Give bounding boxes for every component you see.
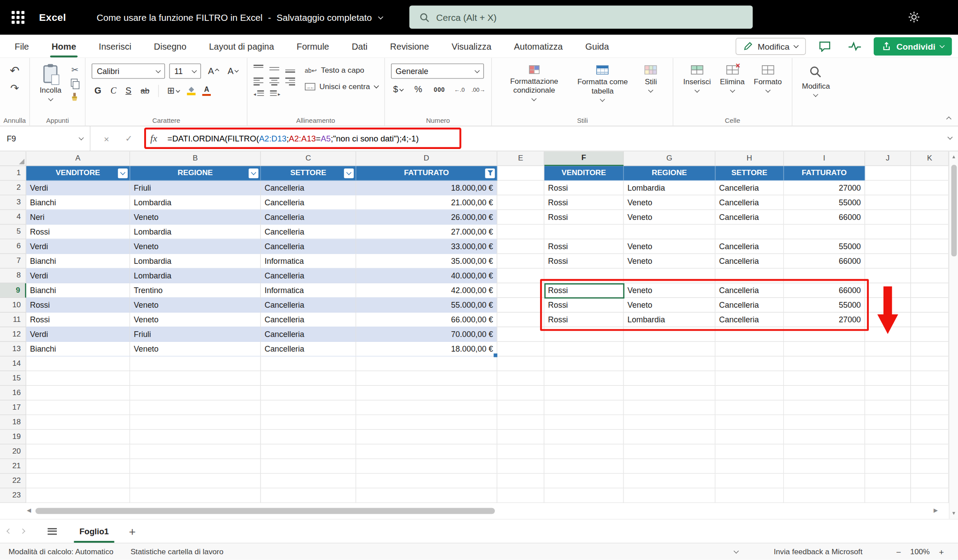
column-header-E[interactable]: E (497, 151, 544, 166)
cell-H2[interactable]: Cancelleria (715, 181, 784, 196)
cell-I13[interactable] (784, 342, 865, 356)
cell-K10[interactable] (911, 298, 949, 313)
filter-button[interactable] (248, 168, 258, 178)
vertical-scroll-thumb[interactable] (951, 165, 957, 257)
cell-F23[interactable] (544, 489, 624, 503)
cell-D14[interactable] (356, 356, 497, 371)
row-header-10[interactable]: 10 (0, 298, 26, 313)
ribbon-tab-revisione[interactable]: Revisione (389, 35, 430, 57)
cell-D23[interactable] (356, 489, 497, 503)
cell-A7[interactable]: Bianchi (26, 254, 130, 269)
sort-filter-button[interactable] (485, 168, 495, 178)
cell-I8[interactable] (784, 269, 865, 283)
cell-F17[interactable] (544, 400, 624, 415)
cell-A21[interactable] (26, 459, 130, 474)
cell-J19[interactable] (865, 430, 911, 444)
cell-G13[interactable] (624, 342, 716, 356)
row-header-23[interactable]: 23 (0, 489, 26, 503)
cell-B13[interactable]: Veneto (130, 342, 261, 356)
cell-G17[interactable] (624, 400, 716, 415)
column-header-J[interactable]: J (865, 151, 911, 166)
cell-H22[interactable] (715, 474, 784, 488)
insert-cells-button[interactable]: Inserisci (680, 63, 715, 94)
cell-J23[interactable] (865, 489, 911, 503)
cell-H14[interactable] (715, 356, 784, 371)
cell-A2[interactable]: Verdi (26, 181, 130, 196)
document-title[interactable]: Come usare la funzione FILTRO in Excel -… (97, 12, 382, 23)
cell-K16[interactable] (911, 386, 949, 400)
cell-K18[interactable] (911, 415, 949, 430)
cell-K20[interactable] (911, 444, 949, 459)
cell-G2[interactable]: Lombardia (624, 181, 716, 196)
cell-E8[interactable] (497, 269, 544, 283)
cell-I6[interactable]: 55000 (784, 239, 865, 254)
cell-C7[interactable]: Informatica (261, 254, 356, 269)
redo-button[interactable]: ↷ (10, 83, 19, 93)
insert-function-button[interactable]: fx (150, 126, 157, 151)
cell-J1[interactable] (865, 166, 911, 181)
cell-K11[interactable] (911, 313, 949, 327)
horizontal-scroll-thumb[interactable] (35, 508, 495, 514)
cell-K12[interactable] (911, 327, 949, 342)
cell-B22[interactable] (130, 474, 261, 488)
ribbon-tab-dati[interactable]: Dati (351, 35, 369, 57)
cell-B23[interactable] (130, 489, 261, 503)
status-chevron-icon[interactable] (734, 548, 739, 553)
cell-E22[interactable] (497, 474, 544, 488)
cell-G11[interactable]: Lombardia (624, 313, 716, 327)
cell-C2[interactable]: Cancelleria (261, 181, 356, 196)
cell-A18[interactable] (26, 415, 130, 430)
column-header-K[interactable]: K (911, 151, 949, 166)
cell-D13[interactable]: 18.000,00 € (356, 342, 497, 356)
cell-K22[interactable] (911, 474, 949, 488)
cell-H7[interactable]: Cancelleria (715, 254, 784, 269)
cell-H4[interactable]: Cancelleria (715, 210, 784, 225)
cell-K15[interactable] (911, 371, 949, 386)
add-sheet-button[interactable]: + (129, 525, 136, 537)
feedback-link[interactable]: Invia feedback a Microsoft (774, 547, 863, 556)
row-header-8[interactable]: 8 (0, 269, 26, 283)
font-size-select[interactable]: 11 (170, 63, 201, 78)
ribbon-tab-guida[interactable]: Guida (584, 35, 610, 57)
name-box[interactable]: F9 (0, 126, 91, 151)
cell-C3[interactable]: Cancelleria (261, 196, 356, 210)
table-header-settore[interactable]: SETTORE (261, 166, 356, 181)
increase-indent-button[interactable]: ▸ (270, 90, 280, 98)
cell-J9[interactable] (865, 283, 911, 298)
cell-D21[interactable] (356, 459, 497, 474)
row-header-12[interactable]: 12 (0, 327, 26, 342)
confirm-entry-button[interactable]: ✓ (125, 126, 132, 151)
sheet-tab-foglio1[interactable]: Foglio1 (69, 520, 119, 543)
underline-button[interactable]: S (123, 86, 134, 97)
ribbon-tab-visualizza[interactable]: Visualizza (450, 35, 493, 57)
fill-color-button[interactable] (186, 87, 197, 95)
cell-B19[interactable] (130, 430, 261, 444)
cell-C19[interactable] (261, 430, 356, 444)
column-header-H[interactable]: H (715, 151, 784, 166)
bold-button[interactable]: G (92, 86, 104, 97)
cell-C13[interactable]: Cancelleria (261, 342, 356, 356)
cell-G18[interactable] (624, 415, 716, 430)
cell-J4[interactable] (865, 210, 911, 225)
zoom-level[interactable]: 100% (907, 547, 934, 556)
row-header-3[interactable]: 3 (0, 196, 26, 210)
scroll-right-arrow[interactable]: ▶ (934, 508, 938, 513)
cell-K23[interactable] (911, 489, 949, 503)
table-header-regione[interactable]: REGIONE (130, 166, 261, 181)
borders-button[interactable]: ⊞ (165, 86, 181, 97)
ribbon-tab-layout-di-pagina[interactable]: Layout di pagina (208, 35, 275, 57)
cell-C23[interactable] (261, 489, 356, 503)
cell-J13[interactable] (865, 342, 911, 356)
cell-E15[interactable] (497, 371, 544, 386)
cell-G16[interactable] (624, 386, 716, 400)
cell-A11[interactable]: Rossi (26, 313, 130, 327)
cell-E18[interactable] (497, 415, 544, 430)
cell-H9[interactable]: Cancelleria (715, 283, 784, 298)
cell-G19[interactable] (624, 430, 716, 444)
cell-K14[interactable] (911, 356, 949, 371)
cell-I17[interactable] (784, 400, 865, 415)
table-resize-handle[interactable] (494, 353, 497, 357)
decrease-decimal-button[interactable]: .00→ (471, 86, 485, 93)
cell-F19[interactable] (544, 430, 624, 444)
cell-I19[interactable] (784, 430, 865, 444)
